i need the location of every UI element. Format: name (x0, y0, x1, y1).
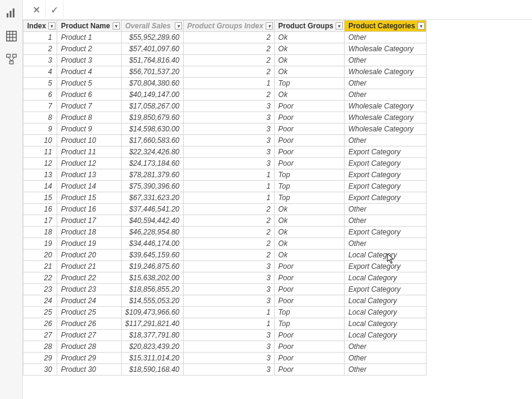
cell-product-categories[interactable]: Other (345, 204, 427, 215)
table-row[interactable]: 7Product 7$17,058,267.003PoorWholesale C… (23, 101, 427, 112)
cell-product-categories[interactable]: Wholesale Category (345, 101, 427, 112)
cell-product-name[interactable]: Product 29 (57, 353, 121, 364)
cell-product-groups-index[interactable]: 3 (183, 135, 274, 146)
cell-product-name[interactable]: Product 16 (57, 204, 121, 215)
table-row[interactable]: 10Product 10$17,660,583.603PoorOther (23, 135, 427, 146)
cell-index[interactable]: 13 (23, 169, 57, 181)
cell-index[interactable]: 7 (23, 101, 57, 112)
cell-product-groups-index[interactable]: 2 (183, 227, 274, 238)
cell-overall-sales[interactable]: $56,701,537.20 (121, 66, 183, 78)
cell-product-groups-index[interactable]: 3 (183, 284, 274, 295)
cell-product-categories[interactable]: Export Category (345, 227, 427, 238)
filter-dropdown-icon[interactable]: ▾ (48, 22, 55, 30)
cell-product-categories[interactable]: Export Category (345, 284, 427, 295)
cell-product-categories[interactable]: Export Category (345, 169, 427, 181)
cell-overall-sales[interactable]: $18,856,855.20 (121, 284, 183, 295)
cell-product-categories[interactable]: Local Category (345, 272, 427, 284)
cell-index[interactable]: 21 (23, 261, 57, 272)
table-row[interactable]: 23Product 23$18,856,855.203PoorExport Ca… (23, 284, 427, 295)
cell-product-groups-index[interactable]: 3 (183, 158, 274, 169)
cancel-button[interactable]: ✕ (28, 2, 46, 17)
cell-product-groups-index[interactable]: 1 (183, 318, 274, 330)
cell-product-categories[interactable]: Export Category (345, 181, 427, 192)
cell-product-name[interactable]: Product 17 (57, 215, 121, 227)
table-row[interactable]: 12Product 12$24,173,184.603PoorExport Ca… (23, 158, 427, 169)
table-row[interactable]: 3Product 3$51,764,816.402OkOther (23, 55, 427, 66)
cell-overall-sales[interactable]: $14,598,630.00 (121, 124, 183, 135)
cell-overall-sales[interactable]: $15,638,202.00 (121, 272, 183, 284)
cell-product-name[interactable]: Product 23 (57, 284, 121, 295)
cell-product-groups-index[interactable]: 1 (183, 307, 274, 318)
cell-product-name[interactable]: Product 6 (57, 89, 121, 101)
cell-product-name[interactable]: Product 15 (57, 192, 121, 204)
cell-product-name[interactable]: Product 1 (57, 32, 121, 43)
cell-overall-sales[interactable]: $18,590,168.40 (121, 364, 183, 375)
cell-product-groups[interactable]: Ok (274, 43, 344, 55)
cell-product-name[interactable]: Product 7 (57, 101, 121, 112)
cell-product-categories[interactable]: Local Category (345, 307, 427, 318)
cell-product-groups[interactable]: Poor (274, 341, 344, 353)
filter-dropdown-icon[interactable]: ▾ (418, 22, 425, 30)
cell-product-groups[interactable]: Poor (274, 261, 344, 272)
cell-product-groups-index[interactable]: 3 (183, 124, 274, 135)
cell-product-groups-index[interactable]: 2 (183, 238, 274, 250)
cell-index[interactable]: 23 (23, 284, 57, 295)
cell-index[interactable]: 16 (23, 204, 57, 215)
cell-product-name[interactable]: Product 22 (57, 272, 121, 284)
cell-product-groups-index[interactable]: 3 (183, 341, 274, 353)
cell-product-groups[interactable]: Ok (274, 55, 344, 66)
cell-index[interactable]: 12 (23, 158, 57, 169)
cell-overall-sales[interactable]: $67,331,623.20 (121, 192, 183, 204)
cell-overall-sales[interactable]: $75,390,396.60 (121, 181, 183, 192)
cell-product-groups[interactable]: Ok (274, 250, 344, 261)
cell-product-groups-index[interactable]: 3 (183, 112, 274, 124)
cell-product-groups[interactable]: Poor (274, 135, 344, 146)
cell-product-groups-index[interactable]: 1 (183, 169, 274, 181)
cell-index[interactable]: 4 (23, 66, 57, 78)
cell-overall-sales[interactable]: $40,149,147.00 (121, 89, 183, 101)
cell-product-groups-index[interactable]: 1 (183, 181, 274, 192)
cell-index[interactable]: 15 (23, 192, 57, 204)
cell-overall-sales[interactable]: $17,660,583.60 (121, 135, 183, 146)
cell-product-groups[interactable]: Ok (274, 66, 344, 78)
cell-index[interactable]: 5 (23, 78, 57, 89)
table-row[interactable]: 24Product 24$14,555,053.203PoorLocal Cat… (23, 295, 427, 307)
table-row[interactable]: 15Product 15$67,331,623.201TopExport Cat… (23, 192, 427, 204)
data-grid[interactable]: Index ▾ Product Name ▾ Overall Sales ▾ P… (23, 20, 532, 399)
table-row[interactable]: 4Product 4$56,701,537.202OkWholesale Cat… (23, 66, 427, 78)
col-header-product-groups[interactable]: Product Groups ▾ (274, 20, 344, 32)
cell-index[interactable]: 18 (23, 227, 57, 238)
cell-product-name[interactable]: Product 20 (57, 250, 121, 261)
table-row[interactable]: 29Product 29$15,311,014.203PoorOther (23, 353, 427, 364)
table-row[interactable]: 1Product 1$55,952,289.602OkOther (23, 32, 427, 43)
cell-product-groups-index[interactable]: 2 (183, 55, 274, 66)
cell-product-categories[interactable]: Other (345, 353, 427, 364)
cell-product-categories[interactable]: Other (345, 215, 427, 227)
confirm-button[interactable]: ✓ (46, 2, 64, 17)
table-row[interactable]: 14Product 14$75,390,396.601TopExport Cat… (23, 181, 427, 192)
cell-overall-sales[interactable]: $19,246,875.60 (121, 261, 183, 272)
cell-product-name[interactable]: Product 28 (57, 341, 121, 353)
cell-product-categories[interactable]: Other (345, 341, 427, 353)
filter-dropdown-icon[interactable]: ▾ (113, 22, 120, 30)
cell-product-groups-index[interactable]: 3 (183, 261, 274, 272)
cell-product-categories[interactable]: Export Category (345, 192, 427, 204)
cell-overall-sales[interactable]: $22,324,426.80 (121, 146, 183, 158)
cell-overall-sales[interactable]: $55,952,289.60 (121, 32, 183, 43)
cell-product-groups[interactable]: Top (274, 318, 344, 330)
cell-index[interactable]: 6 (23, 89, 57, 101)
table-row[interactable]: 16Product 16$37,446,541.202OkOther (23, 204, 427, 215)
cell-product-name[interactable]: Product 2 (57, 43, 121, 55)
cell-product-groups-index[interactable]: 2 (183, 250, 274, 261)
table-row[interactable]: 8Product 8$19,850,679.603PoorWholesale C… (23, 112, 427, 124)
cell-product-groups-index[interactable]: 3 (183, 353, 274, 364)
cell-index[interactable]: 25 (23, 307, 57, 318)
filter-dropdown-icon[interactable]: ▾ (266, 22, 273, 30)
cell-product-groups[interactable]: Ok (274, 227, 344, 238)
cell-product-groups[interactable]: Top (274, 181, 344, 192)
cell-product-name[interactable]: Product 11 (57, 146, 121, 158)
cell-product-name[interactable]: Product 3 (57, 55, 121, 66)
cell-product-groups-index[interactable]: 3 (183, 272, 274, 284)
cell-overall-sales[interactable]: $19,850,679.60 (121, 112, 183, 124)
cell-index[interactable]: 8 (23, 112, 57, 124)
